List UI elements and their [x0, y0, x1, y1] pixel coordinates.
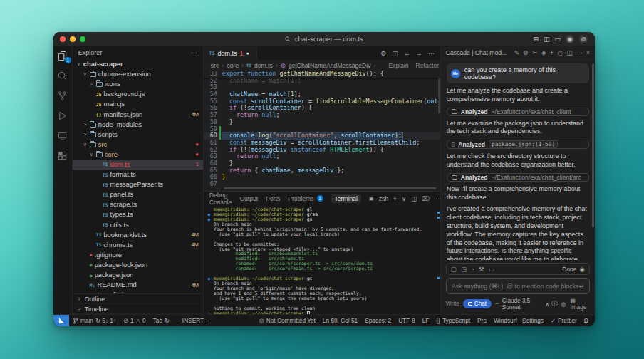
return-icon[interactable]: ↵ [578, 283, 584, 290]
attach-icon[interactable]: ✎ [514, 49, 519, 56]
settings-icon[interactable]: ⚙ [523, 49, 529, 56]
nav-forward-icon[interactable]: → [416, 50, 422, 57]
status-indentation[interactable]: Spaces: 2 [361, 317, 395, 324]
status-windsurf-settings[interactable]: Windsurf - Settings [490, 317, 547, 324]
code-line-52[interactable]: 52 chatName = match[1]; [204, 78, 440, 85]
sticky-scroll-line[interactable]: 33export function getChatNameAndMessageD… [204, 71, 440, 78]
code-line-57[interactable]: 57 return null; [204, 112, 440, 119]
code-line-63[interactable]: 63 return null; [204, 153, 440, 160]
tree-item-chrome-extension[interactable]: ∨chrome-extension [73, 69, 203, 79]
settings-gear-icon[interactable]: ⚙ [380, 50, 386, 57]
minimize-window-button[interactable] [70, 36, 76, 42]
globe-icon[interactable]: ◔ [471, 266, 474, 273]
horizontal-scrollbar[interactable] [224, 187, 436, 189]
run-debug-view-icon[interactable] [54, 110, 71, 121]
status-language[interactable]: {}TypeScript [432, 317, 474, 324]
dirty-indicator-icon[interactable]: ● [246, 51, 249, 56]
profile-icon[interactable]: ◉ [566, 35, 574, 43]
panel-tab-problems[interactable]: Problems1 [288, 195, 323, 202]
tree-item-gitignore[interactable]: ◆.gitignore [73, 250, 203, 260]
status-eol[interactable]: LF [419, 317, 433, 324]
tree-item-package-lock-json[interactable]: ◍package-lock.json [73, 260, 203, 270]
remote-explorer-view-icon[interactable] [54, 130, 71, 141]
breadcrumb-symbol[interactable]: getChatNameAndMessageDiv [289, 62, 371, 69]
model-selector[interactable]: Claude 3.5 Sonnet ∧ ⓘ [502, 298, 558, 311]
split-terminal-icon[interactable]: ◫ [411, 195, 417, 202]
tree-item-utils-ts[interactable]: TSutils.ts [73, 220, 203, 230]
chat-mode-button[interactable]: Chat [463, 299, 492, 308]
analyzed-card[interactable]: ▯Analyzedpackage.json:(1-50) [447, 140, 589, 149]
search-view-icon[interactable] [54, 71, 71, 81]
timeline-section[interactable]: >Timeline [73, 304, 203, 314]
status-pro[interactable]: Pro [474, 317, 490, 324]
scissors-icon[interactable]: ✂ [532, 49, 537, 56]
panel-tab-output[interactable]: Output [239, 195, 258, 202]
tree-item-bookmarklet-ts[interactable]: TSbookmarklet.ts4M [73, 230, 203, 240]
status-cursor-position[interactable]: Ln 60, Col 51 [319, 317, 361, 324]
write-mode-button[interactable]: Write [446, 301, 459, 307]
history-icon[interactable]: ◷ [558, 49, 563, 56]
shell-label[interactable]: zsh [379, 195, 388, 202]
tree-item-icons[interactable]: >icons [73, 79, 203, 89]
breadcrumb-core[interactable]: core [227, 62, 239, 69]
tab-dom-ts[interactable]: TS dom.ts 1 ● [204, 46, 257, 60]
panel-tab-ports[interactable]: Ports [266, 195, 280, 202]
tree-item-readme-md[interactable]: M↓README.md4M [73, 280, 203, 290]
tree-item-main-js[interactable]: JSmain.js [73, 99, 203, 109]
dropdown-icon[interactable]: ∨ [402, 195, 406, 202]
panel-toggle-icon[interactable]: ▭ [554, 32, 561, 46]
split-editor-icon[interactable]: ◫ [392, 50, 398, 57]
status-tab-autocomplete[interactable]: Tab↻ [150, 315, 173, 327]
extensions-view-icon[interactable] [54, 150, 71, 161]
lens-refactor-button[interactable]: Refactor [416, 62, 439, 69]
layout-icon[interactable]: ◫ [567, 49, 573, 56]
status-problems[interactable]: ⊘1 △0 [120, 315, 150, 327]
credits-icon[interactable]: ◍ [561, 301, 566, 308]
image-button[interactable]: ▦ Image [571, 297, 590, 311]
analyzed-card[interactable]: Analyzed~/Exafunction/exa/chat_client/sr… [447, 173, 589, 182]
lens-explain-button[interactable]: Explain [388, 62, 408, 69]
tree-item-scripts[interactable]: >scripts [73, 130, 203, 140]
shield-icon[interactable]: ◈ [541, 49, 546, 56]
status-branch[interactable]: main ↻ 5↓ 1↑ [69, 315, 120, 327]
window-icon[interactable]: ◳ [461, 266, 467, 273]
tree-item-types-ts[interactable]: TStypes.ts [73, 209, 203, 219]
more-actions-icon[interactable]: ⋯ [428, 50, 435, 57]
new-terminal-icon[interactable]: + [393, 195, 397, 202]
status-formatter[interactable]: ✓Prettier [547, 317, 581, 324]
panel-tab-debug-console[interactable]: Debug Console [209, 192, 232, 206]
file-icon[interactable]: ▢ [451, 266, 457, 273]
tree-item-format-ts[interactable]: TSformat.ts [73, 170, 203, 180]
tree-item-messageparser-ts[interactable]: TSmessageParser.ts [73, 180, 203, 189]
chat-scrollbar[interactable] [592, 63, 594, 227]
tree-item-chrome-ts[interactable]: TSchrome.ts4M [73, 240, 203, 250]
analyzed-card[interactable]: Analyzed~/Exafunction/exa/chat_client [447, 108, 589, 116]
source-control-view-icon[interactable] [54, 90, 71, 101]
nav-back-icon[interactable]: ← [404, 50, 410, 57]
windsurf-status-icon[interactable] [53, 315, 69, 327]
tree-item-node-modules[interactable]: >node_modules [73, 120, 203, 130]
close-icon[interactable]: × [586, 49, 590, 56]
tree-item-core[interactable]: ∨core● [73, 150, 203, 160]
code-line-58[interactable]: 58 } [204, 119, 440, 126]
tools-icon[interactable]: ⚒ [479, 266, 484, 273]
new-chat-icon[interactable]: + [550, 49, 554, 56]
more-icon[interactable]: ⋯ [576, 49, 583, 56]
sidebar-more-icon[interactable]: ⋯ [191, 49, 197, 56]
outline-section[interactable]: >Outline [73, 294, 203, 304]
zoom-window-button[interactable] [80, 36, 85, 42]
explorer-view-icon[interactable]: 1 [54, 51, 71, 61]
status-commit[interactable]: ◎Not Committed Yet [255, 317, 318, 324]
tree-item-package-json[interactable]: ◍package.json [73, 270, 203, 280]
code-editor[interactable]: 33export function getChatNameAndMessageD… [204, 71, 440, 191]
terminal-output[interactable]: meex@iridium: ~/code/chat-scraper gl●mee… [204, 205, 440, 314]
close-window-button[interactable] [60, 36, 66, 42]
settings-circle-icon[interactable]: ⊚ [579, 35, 588, 43]
notifications-bell-icon[interactable]: Ω [581, 317, 592, 324]
chat-input[interactable]: Ask anything (⌘L), @ to mention code blo… [446, 278, 590, 294]
panel-tab-terminal[interactable]: Terminal [331, 194, 361, 203]
breadcrumb-src[interactable]: src [211, 62, 219, 69]
sidebar-toggle-icon[interactable]: ◫ [544, 32, 550, 46]
tree-item-panel-ts[interactable]: TSpanel.ts [73, 189, 203, 199]
kill-terminal-icon[interactable]: ⌦ [422, 195, 430, 202]
